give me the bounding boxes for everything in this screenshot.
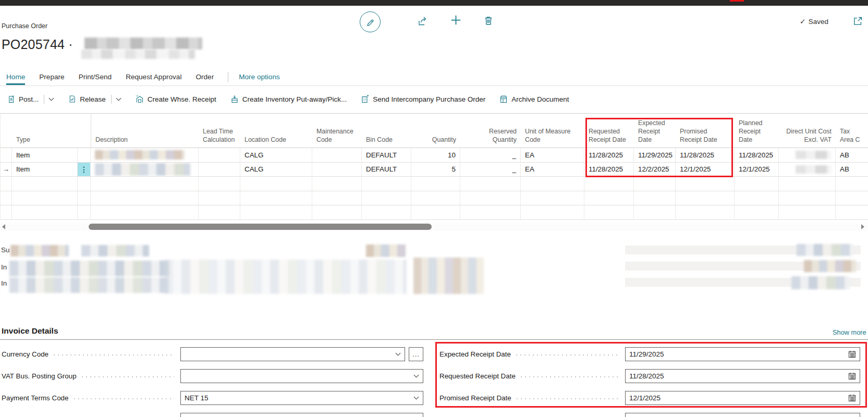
column-header-row-menu[interactable] [78,114,91,148]
empty-cell [411,191,460,206]
redacted-block [164,260,407,294]
cell-location-code[interactable]: CALG [240,163,312,177]
tab-order[interactable]: Order [195,73,214,84]
delete-button[interactable] [484,16,493,26]
chevron-down-icon[interactable] [413,374,419,378]
combobox-currency-code[interactable] [180,347,405,361]
cell-quantity[interactable]: 5 [411,163,460,177]
add-button[interactable] [450,15,461,26]
chevron-down-icon[interactable] [48,97,54,101]
column-header-quantity[interactable]: Quantity [411,114,460,148]
horizontal-scrollbar-thumb[interactable] [89,224,432,230]
combobox-vat-bus-posting-group[interactable] [180,369,423,383]
action-create-inventory-put-away-pick[interactable]: Create Inventory Put-away/Pick... [230,95,347,103]
cell-description[interactable] [91,163,199,177]
combobox-divisions-code[interactable] [180,413,423,417]
date-input-requested-receipt-date[interactable]: 11/28/2025 [625,369,860,383]
calendar-icon[interactable] [848,372,856,380]
edit-button[interactable] [360,11,381,32]
cell-unit-of-measure-code[interactable]: EA [521,148,584,163]
action-release[interactable]: Release [68,95,121,104]
cell-direct-unit-cost[interactable] [779,163,836,177]
cell-unit-of-measure-code[interactable]: EA [521,163,584,177]
column-header-label: Tax Area C [840,127,865,144]
column-header-location-code[interactable]: Location Code [240,114,312,148]
chevron-down-icon[interactable] [413,396,419,400]
cell-tax-area[interactable]: AB [836,148,868,163]
cell-select[interactable]: → [1,163,12,177]
combobox-shipment-method-code[interactable] [625,413,860,417]
cell-lead-time-calculation[interactable] [199,163,240,177]
column-header-description[interactable]: Description [91,114,199,148]
cell-reserved-quantity[interactable]: _ [460,163,521,177]
cell-requested-receipt-date[interactable]: 11/28/2025 [584,163,634,177]
column-header-expected-receipt-date[interactable]: Expected Receipt Date [634,114,676,148]
cell-reserved-quantity[interactable]: _ [460,148,521,163]
row-ellipsis-menu-icon[interactable]: ⋮ [80,165,88,174]
column-header-promised-receipt-date[interactable]: Promised Receipt Date [676,114,735,148]
chevron-down-icon[interactable] [395,352,401,356]
column-header-type[interactable]: Type [12,114,78,148]
share-button[interactable] [418,16,429,26]
column-header-bin-code[interactable]: Bin Code [362,114,411,148]
cell-quantity[interactable]: 10 [411,148,460,163]
chevron-down-icon[interactable] [116,97,121,101]
tab-more-options[interactable]: More options [239,73,280,84]
cell-tax-area[interactable]: AB [836,163,868,177]
cell-maintenance-code[interactable] [312,163,362,177]
cell-row-menu[interactable] [78,148,91,163]
cell-value: _ [512,151,516,159]
column-header-tax-area[interactable]: Tax Area C [836,114,868,148]
cell-planned-receipt-date[interactable]: 11/28/2025 [735,148,779,163]
redacted-block [9,261,170,276]
tab-prepare[interactable]: Prepare [39,73,64,84]
cell-location-code[interactable]: CALG [240,148,312,163]
assist-edit-button[interactable]: ... [409,347,423,361]
action-label: Release [80,95,106,103]
empty-cell [91,191,199,206]
column-header-lead-time-calculation[interactable]: Lead Time Calculation [199,114,240,148]
column-header-planned-receipt-date[interactable]: Planned Receipt Date [735,114,779,148]
cell-select[interactable] [1,148,12,163]
cell-lead-time-calculation[interactable] [199,148,240,163]
cell-type[interactable]: Item [12,148,78,163]
cell-bin-code[interactable]: DEFAULT [362,163,411,177]
cell-promised-receipt-date[interactable]: 11/28/2025 [676,148,735,163]
column-header-requested-receipt-date[interactable]: Requested Receipt Date [584,114,634,148]
cell-maintenance-code[interactable] [312,148,362,163]
scroll-left-arrow-icon[interactable] [2,224,5,229]
cell-requested-receipt-date[interactable]: 11/28/2025 [584,148,634,163]
column-header-maintenance-code[interactable]: Maintenance Code [312,114,362,148]
action-send-intercompany-purchase-order[interactable]: Send Intercompany Purchase Order [361,95,485,103]
column-header-reserved-quantity[interactable]: Reserved Quantity [460,114,521,148]
tab-request-approval[interactable]: Request Approval [126,73,181,84]
column-header-unit-of-measure-code[interactable]: Unit of Measure Code [521,114,584,148]
cell-value: 11/28/2025 [739,151,773,159]
action-create-whse-receipt[interactable]: Create Whse. Receipt [136,95,216,103]
scroll-right-arrow-icon[interactable] [861,224,864,229]
cell-description[interactable] [91,148,199,163]
column-header-select[interactable] [1,114,12,148]
cell-planned-receipt-date[interactable]: 12/1/2025 [735,163,779,177]
tab-print-send[interactable]: Print/Send [79,73,112,84]
date-input-expected-receipt-date[interactable]: 11/29/2025 [625,347,860,361]
empty-cell [779,177,836,191]
action-archive-document[interactable]: Archive Document [499,95,569,103]
empty-cell [199,205,240,220]
calendar-icon[interactable] [848,394,856,402]
date-input-promised-receipt-date[interactable]: 12/1/2025 [625,391,860,405]
cell-bin-code[interactable]: DEFAULT [362,148,411,163]
cell-promised-receipt-date[interactable]: 12/1/2025 [676,163,735,177]
open-in-new-window-button[interactable] [853,16,863,26]
cell-row-menu[interactable]: ⋮ [78,163,91,177]
combobox-payment-terms-code[interactable]: NET 15 [180,391,423,405]
cell-direct-unit-cost[interactable] [779,148,836,163]
cell-expected-receipt-date[interactable]: 11/29/2025 [634,148,676,163]
show-more-link[interactable]: Show more [833,328,866,336]
cell-type[interactable]: Item [12,163,78,177]
column-header-direct-unit-cost[interactable]: Direct Unit Cost Excl. VAT [779,114,836,148]
tab-home[interactable]: Home [6,73,25,84]
cell-expected-receipt-date[interactable]: 12/2/2025 [634,163,676,177]
action-post[interactable]: Post... [7,95,54,104]
calendar-icon[interactable] [848,350,856,358]
